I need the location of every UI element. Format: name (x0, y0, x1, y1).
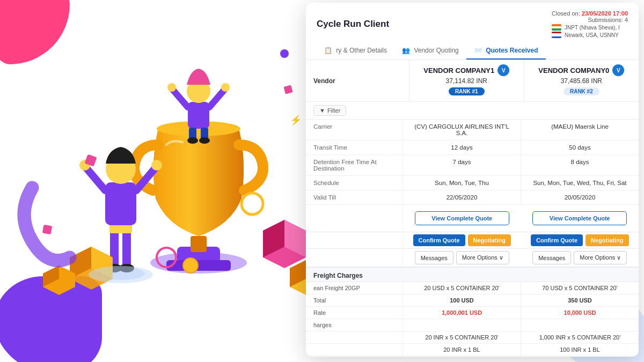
closed-date: 23/05/2020 17:00 (582, 10, 628, 17)
view-complete-v2[interactable]: View Complete Quote (532, 211, 627, 225)
transit-label: Transit Time (306, 141, 402, 154)
vendor-col-header: Vendor (313, 77, 335, 85)
vendor2-name: VENDOR COMPANY0 (538, 67, 609, 75)
confirm-v2[interactable]: Confirm Quote (531, 234, 583, 246)
detention-v1: 7 days (402, 155, 521, 175)
tab-details[interactable]: 📋 ry & Other Details (317, 42, 394, 60)
flag-usa (552, 32, 561, 38)
freight-section-header: Freight Charges (306, 267, 639, 282)
transit-row: Transit Time 12 days 50 days (306, 141, 639, 155)
charge-val-v1: 100 USD (402, 294, 521, 306)
charge-row: harges (306, 319, 639, 331)
svg-point-13 (187, 137, 198, 144)
charge-val-v2: - (521, 356, 639, 357)
carrier-row: Carrier (CV) CARGOLUX AIRLINES INT'L S.A… (306, 120, 639, 141)
flag-india (552, 24, 561, 31)
negotiate-v2[interactable]: Negotiating (586, 234, 629, 246)
tab-received[interactable]: 📨 Quotes Received (466, 42, 546, 60)
vendor2-icon: V (612, 64, 624, 76)
charge-val-v2: 70 USD x 5 CONTAINER 20' (521, 282, 639, 294)
charges-container: ean Freight 20GP20 USD x 5 CONTAINER 20'… (306, 282, 639, 357)
validtill-v1: 22/05/2020 (402, 190, 521, 204)
submissions: Submissions: 4 (552, 17, 628, 23)
detention-v2: 8 days (521, 155, 639, 175)
charge-label: ean Freight 20GP (306, 282, 402, 294)
vendor-table: Vendor VENDOR COMPANY1 V 37,114.82 INR R… (306, 60, 639, 102)
charge-row: 20 INR x 5 CONTAINER 20'1,000 INR x 5 CO… (306, 331, 639, 344)
charge-val-v1: 20 USD x 5 CONTAINER 20' (402, 282, 521, 294)
charge-val-v1: 20 INR x 1 BL (402, 344, 521, 356)
filter-label: Filter (327, 107, 340, 114)
svg-text:⚡: ⚡ (290, 114, 302, 126)
port1: JNPT (Nhava Sheva), I (565, 25, 620, 31)
schedule-label: Schedule (306, 176, 402, 190)
transit-v2: 50 days (521, 141, 639, 154)
port2: Newark, USA, USNNY (565, 32, 619, 38)
confirm-v1[interactable]: Confirm Quote (413, 234, 465, 246)
carrier-label: Carrier (306, 120, 402, 140)
charge-val-v2: 1,000 INR x 5 CONTAINER 20' (521, 331, 639, 343)
panel-header: Cycle Run Client Closed on: 23/05/2020 1… (306, 3, 639, 60)
transit-v1: 12 days (402, 141, 521, 154)
svg-point-48 (89, 266, 153, 283)
charge-row: Rate1,000,001 USD10,000 USD (306, 307, 639, 319)
panel-body: Vendor VENDOR COMPANY1 V 37,114.82 INR R… (306, 60, 639, 357)
vendor2-price: 37,485.68 INR (530, 77, 633, 85)
charge-label: Rate (306, 307, 402, 319)
charge-val-v2 (521, 319, 639, 331)
svg-point-47 (183, 258, 198, 273)
more-v2[interactable]: More Options ∨ (574, 251, 627, 264)
svg-rect-40 (42, 225, 53, 235)
schedule-row: Schedule Sun, Mon, Tue, Thu Sun, Mon, Tu… (306, 176, 639, 190)
charge-label (306, 344, 402, 356)
filter-icon: ▼ (319, 107, 325, 114)
vendor2-rank: RANK #2 (564, 87, 599, 95)
svg-point-42 (280, 49, 289, 58)
messages-v1[interactable]: Messages (415, 251, 453, 264)
carrier-v1: (CV) CARGOLUX AIRLINES INT'L S.A. (402, 120, 521, 140)
details-tab-icon: 📋 (324, 47, 332, 54)
charge-val-v1: 20 INR x 5 CONTAINER 20' (402, 331, 521, 343)
schedule-v2: Sun, Mon, Tue, Wed, Thu, Fri, Sat (521, 176, 639, 190)
vendor1-price: 37,114.82 INR (415, 77, 518, 85)
charge-val-v1 (402, 319, 521, 331)
charge-row: ean Freight 20GP20 USD x 5 CONTAINER 20'… (306, 282, 639, 294)
closed-label: Closed on: (552, 10, 580, 17)
charge-val-v2: 350 USD (521, 294, 639, 306)
svg-rect-3 (191, 236, 207, 252)
svg-line-8 (209, 88, 225, 107)
validtill-v2: 20/05/2020 (521, 190, 639, 204)
validtill-row: Valid Till 22/05/2020 20/05/2020 (306, 190, 639, 205)
charge-label: Total (306, 294, 402, 306)
svg-line-22 (85, 166, 105, 190)
svg-point-25 (151, 160, 162, 171)
detention-label: Detention Free Time At Destination (306, 155, 402, 175)
charge-val-v1: 20 USD x 5 CONTAINER (402, 356, 521, 357)
vendor1-header-cell: VENDOR COMPANY1 V 37,114.82 INR RANK #1 (409, 60, 524, 102)
tab-quoting[interactable]: 👥 Vendor Quoting (394, 42, 466, 60)
charge-label (306, 331, 402, 343)
charge-row: 20 INR x 1 BL100 INR x 1 BL (306, 344, 639, 356)
tabs-bar: 📋 ry & Other Details 👥 Vendor Quoting 📨 … (317, 42, 628, 60)
more-v1[interactable]: More Options ∨ (456, 251, 509, 264)
svg-point-14 (199, 137, 210, 144)
svg-rect-21 (105, 182, 136, 225)
charge-row: Total100 USD350 USD (306, 294, 639, 307)
negotiate-v1[interactable]: Negotiating (468, 234, 511, 246)
detention-row: Detention Free Time At Destination 7 day… (306, 155, 639, 176)
received-tab-icon: 📨 (474, 47, 482, 54)
charge-row: 20 USD x 5 CONTAINER- (306, 356, 639, 357)
panel-title: Cycle Run Client (317, 19, 389, 29)
charge-val-v2: 100 INR x 1 BL (521, 344, 639, 356)
charge-val-v1: 1,000,001 USD (402, 307, 521, 319)
carrier-v2: (MAEU) Maersk Line (521, 120, 639, 140)
filter-button[interactable]: ▼ Filter (313, 105, 346, 116)
quoting-tab-icon: 👥 (402, 47, 410, 54)
vendor2-header-cell: VENDOR COMPANY0 V 37,485.68 INR RANK #2 (524, 60, 639, 102)
schedule-v1: Sun, Mon, Tue, Thu (402, 176, 521, 190)
panel-meta: Closed on: 23/05/2020 17:00 Submissions:… (552, 10, 628, 38)
messages-v2[interactable]: Messages (532, 251, 571, 264)
view-complete-v1[interactable]: View Complete Quote (415, 211, 509, 225)
vendor1-icon: V (497, 64, 509, 76)
svg-point-41 (241, 193, 263, 215)
